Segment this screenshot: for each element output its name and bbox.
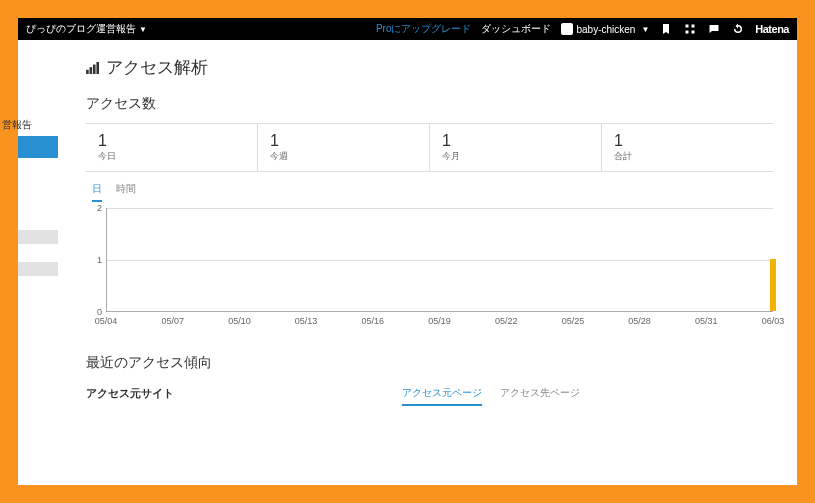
grid-icon[interactable] bbox=[683, 22, 697, 36]
section-access-count: アクセス数 bbox=[86, 95, 773, 113]
stat-month: 1 今月 bbox=[429, 124, 601, 171]
username: baby-chicken bbox=[576, 24, 635, 35]
analytics-icon bbox=[86, 62, 100, 74]
stat-today: 1 今日 bbox=[86, 124, 257, 171]
source-site-label: アクセス元サイト bbox=[86, 386, 402, 401]
sync-icon[interactable] bbox=[731, 22, 745, 36]
chart-xtick: 05/31 bbox=[695, 316, 718, 326]
stat-week: 1 今週 bbox=[257, 124, 429, 171]
page-title: アクセス解析 bbox=[86, 56, 773, 79]
chart-xtick: 05/25 bbox=[562, 316, 585, 326]
chart-xtick: 06/03 bbox=[762, 316, 785, 326]
sidebar-item[interactable] bbox=[18, 230, 58, 244]
svg-rect-2 bbox=[686, 31, 689, 34]
tab-dest-page[interactable]: アクセス先ページ bbox=[500, 386, 580, 406]
tab-hour[interactable]: 時間 bbox=[116, 182, 136, 202]
sidebar-item[interactable] bbox=[18, 262, 58, 276]
chart-xtick: 05/22 bbox=[495, 316, 518, 326]
stat-total: 1 合計 bbox=[601, 124, 773, 171]
hatena-logo[interactable]: Hatena bbox=[755, 23, 789, 35]
blog-title-dropdown[interactable]: ぴっぴのブログ運営報告 bbox=[26, 22, 136, 36]
svg-rect-6 bbox=[93, 64, 96, 73]
svg-rect-1 bbox=[692, 25, 695, 28]
sidebar-item-active[interactable] bbox=[18, 136, 58, 158]
main-content: アクセス解析 アクセス数 1 今日 1 今週 1 今月 1 合計 日 時間 bbox=[58, 40, 797, 485]
chart-ytick: 1 bbox=[86, 255, 102, 265]
chart-plot-area bbox=[106, 208, 773, 312]
svg-rect-0 bbox=[686, 25, 689, 28]
svg-rect-4 bbox=[86, 69, 89, 73]
chevron-down-icon: ▼ bbox=[139, 25, 147, 34]
bookmark-icon[interactable] bbox=[659, 22, 673, 36]
sidebar: 営報告 bbox=[18, 40, 58, 485]
content-panel: 営報告 アクセス解析 アクセス数 1 今日 1 今週 bbox=[18, 40, 797, 485]
source-tabs: アクセス元ページ アクセス先ページ bbox=[402, 386, 580, 406]
svg-rect-7 bbox=[96, 62, 99, 74]
chevron-down-icon: ▼ bbox=[641, 25, 649, 34]
pro-upgrade-link[interactable]: Proにアップグレード bbox=[376, 22, 472, 36]
avatar bbox=[561, 23, 573, 35]
stats-row: 1 今日 1 今週 1 今月 1 合計 bbox=[86, 123, 773, 172]
user-menu[interactable]: baby-chicken ▼ bbox=[561, 23, 649, 35]
chart-ytick: 2 bbox=[86, 203, 102, 213]
chart-xtick: 05/10 bbox=[228, 316, 251, 326]
chart-xtick: 05/04 bbox=[95, 316, 118, 326]
sidebar-blog-label: 営報告 bbox=[2, 118, 32, 132]
chart-tabs: 日 時間 bbox=[92, 182, 773, 202]
chart-gridline bbox=[107, 260, 773, 261]
topbar: ぴっぴのブログ運営報告 ▼ Proにアップグレード ダッシュボード baby-c… bbox=[18, 18, 797, 40]
chart-xtick: 05/28 bbox=[628, 316, 651, 326]
access-chart: 01205/0405/0705/1005/1305/1605/1905/2205… bbox=[86, 208, 773, 328]
source-row: アクセス元サイト アクセス元ページ アクセス先ページ bbox=[86, 386, 773, 406]
chart-xtick: 05/19 bbox=[428, 316, 451, 326]
tab-day[interactable]: 日 bbox=[92, 182, 102, 202]
chart-xlabels: 05/0405/0705/1005/1305/1605/1905/2205/25… bbox=[106, 314, 773, 328]
chart-xtick: 05/07 bbox=[161, 316, 184, 326]
tab-source-page[interactable]: アクセス元ページ bbox=[402, 386, 482, 406]
chart-gridline bbox=[107, 208, 773, 209]
chart-bar bbox=[770, 259, 776, 311]
dashboard-link[interactable]: ダッシュボード bbox=[481, 22, 551, 36]
chart-xtick: 05/13 bbox=[295, 316, 318, 326]
section-access-trend: 最近のアクセス傾向 bbox=[86, 354, 773, 372]
comment-icon[interactable] bbox=[707, 22, 721, 36]
chart-xtick: 05/16 bbox=[362, 316, 385, 326]
svg-rect-3 bbox=[692, 31, 695, 34]
svg-rect-5 bbox=[90, 67, 93, 74]
